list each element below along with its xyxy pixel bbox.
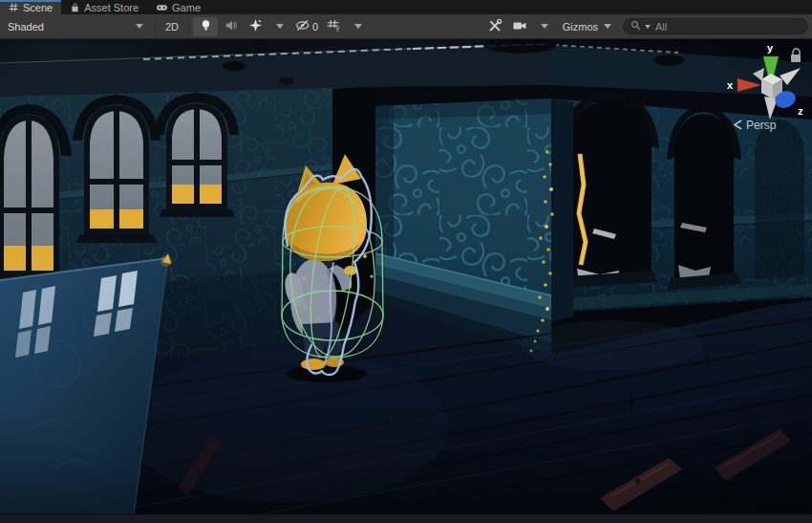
gizmos-dropdown[interactable]: Gizmos: [557, 17, 617, 36]
chevron-down-icon: [354, 24, 362, 29]
grid-dropdown[interactable]: [346, 17, 371, 36]
effects-sparkle-icon: [248, 18, 263, 34]
eye-slash-icon: [295, 18, 310, 34]
unity-editor-window: Scene Asset Store Game Shaded 2D: [0, 0, 812, 523]
grid-visibility-button[interactable]: Y: [321, 17, 346, 36]
chevron-down-icon: [276, 24, 284, 29]
tab-bar: Scene Asset Store Game: [0, 0, 812, 14]
scene-visibility-button[interactable]: 0: [292, 17, 321, 36]
tab-asset-store[interactable]: Asset Store: [61, 0, 147, 14]
scene-lighting-button[interactable]: [193, 17, 218, 36]
toolbar-divider: [188, 19, 189, 34]
grid-axis-letter: Y: [335, 26, 340, 33]
camera-icon: [512, 19, 527, 34]
bottom-panel-edge: [0, 514, 812, 523]
scene-camera-button[interactable]: [507, 17, 532, 36]
toolbar-right-group: Gizmos: [482, 17, 812, 36]
gizmos-label: Gizmos: [563, 21, 598, 33]
scene-render: y x z Persp: [0, 39, 812, 523]
scene-viewport[interactable]: y x z Persp: [0, 39, 812, 523]
scene-effects-button[interactable]: [243, 17, 267, 36]
lightbulb-icon: [199, 18, 213, 34]
scene-toolbar: Shaded 2D: [0, 14, 812, 39]
hidden-count-label: 0: [312, 21, 318, 33]
tab-asset-store-label: Asset Store: [84, 2, 139, 13]
grid-icon: Y: [326, 18, 341, 34]
scene-effects-dropdown[interactable]: [267, 17, 292, 36]
search-icon: [630, 19, 642, 33]
speaker-icon: [224, 18, 238, 34]
projection-label: Persp: [746, 119, 777, 132]
tab-game-label: Game: [172, 2, 201, 13]
scene-search-field[interactable]: [623, 18, 808, 34]
search-input[interactable]: [653, 20, 801, 33]
chevron-down-icon: [604, 24, 611, 29]
search-filter-chevron-icon: [645, 25, 651, 29]
toggle-2d-label: 2D: [162, 21, 182, 33]
camera-settings-dropdown[interactable]: [532, 17, 557, 36]
wrench-screwdriver-icon: [487, 18, 502, 35]
axis-y-label[interactable]: y: [767, 42, 774, 54]
tab-scene[interactable]: Scene: [0, 0, 61, 14]
vignette: [0, 39, 812, 514]
chevron-down-icon: [136, 24, 143, 29]
axis-x-label[interactable]: x: [727, 79, 734, 91]
tab-game[interactable]: Game: [147, 0, 209, 14]
scene-audio-button[interactable]: [218, 17, 243, 36]
toolbar-divider: [155, 19, 156, 34]
shopping-bag-icon: [70, 2, 80, 13]
scene-grid-icon: [9, 2, 19, 12]
gamepad-icon: [156, 2, 168, 12]
chevron-down-icon: [541, 24, 548, 29]
axis-z-label[interactable]: z: [798, 105, 803, 117]
toggle-2d-button[interactable]: 2D: [160, 17, 184, 36]
draw-mode-dropdown[interactable]: Shaded: [0, 17, 151, 36]
tab-scene-label: Scene: [23, 2, 53, 13]
component-tools-button[interactable]: [482, 17, 507, 36]
draw-mode-label: Shaded: [8, 21, 44, 33]
